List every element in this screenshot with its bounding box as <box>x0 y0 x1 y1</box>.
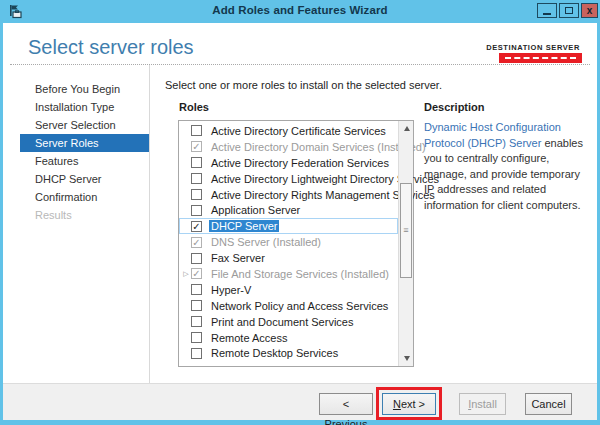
roles-listbox: Active Directory Certificate Services Ac… <box>178 120 414 367</box>
role-row[interactable]: Application Server <box>179 202 398 218</box>
role-row[interactable]: DNS Server (Installed) <box>179 234 398 250</box>
role-checkbox[interactable] <box>191 284 202 295</box>
roles-rows: Active Directory Certificate Services Ac… <box>179 123 398 366</box>
expand-arrow-icon[interactable] <box>181 270 191 278</box>
cancel-button[interactable]: Cancel <box>525 393 572 415</box>
intro-text: Select one or more roles to install on t… <box>165 79 442 91</box>
role-checkbox[interactable] <box>191 221 202 232</box>
description-text: Dynamic Host Configuration Protocol (DHC… <box>424 120 591 213</box>
wizard-steps-list: Before You BeginInstallation TypeServer … <box>3 80 149 224</box>
role-row[interactable]: Remote Desktop Services <box>179 345 398 361</box>
role-checkbox[interactable] <box>191 316 202 327</box>
wizard-steps-sidebar: Before You BeginInstallation TypeServer … <box>3 65 150 383</box>
role-label: Active Directory Federation Services <box>209 157 391 169</box>
minimize-button[interactable] <box>537 3 557 18</box>
role-checkbox[interactable] <box>191 332 202 343</box>
role-label: Active Directory Certificate Services <box>209 125 388 137</box>
wizard-step-item[interactable]: Before You Begin <box>20 80 149 98</box>
footer-bar: < Previous Next > Install Cancel <box>3 383 597 420</box>
scroll-down-icon <box>404 356 410 361</box>
role-checkbox[interactable] <box>191 125 202 136</box>
role-row[interactable]: Print and Document Services <box>179 314 398 330</box>
scroll-up-icon <box>404 126 410 131</box>
role-row[interactable]: Active Directory Federation Services <box>179 155 398 171</box>
role-label: Network Policy and Access Services <box>209 300 390 312</box>
redaction-dash <box>505 57 576 59</box>
role-label: Hyper-V <box>209 284 253 296</box>
role-checkbox[interactable] <box>191 157 202 168</box>
wizard-window: Add Roles and Features Wizard x Select s… <box>0 0 600 425</box>
wizard-step-item[interactable]: Results <box>20 206 149 224</box>
wizard-step-item[interactable]: Confirmation <box>20 188 149 206</box>
redaction-box <box>499 53 582 63</box>
wizard-step-item[interactable]: Features <box>20 152 149 170</box>
role-row[interactable]: Remote Access <box>179 330 398 346</box>
role-label: DNS Server (Installed) <box>209 236 323 248</box>
role-checkbox[interactable] <box>191 348 202 359</box>
role-label: Application Server <box>209 204 302 216</box>
maximize-icon <box>565 7 573 14</box>
wizard-step-item[interactable]: Installation Type <box>20 98 149 116</box>
role-checkbox[interactable] <box>191 173 202 184</box>
role-checkbox[interactable] <box>191 253 202 264</box>
roles-scrollbar[interactable]: ≡ <box>398 121 413 366</box>
role-row[interactable]: DHCP Server <box>179 218 398 234</box>
role-row[interactable]: Hyper-V <box>179 282 398 298</box>
role-row[interactable]: Active Directory Rights Management Servi… <box>179 187 398 203</box>
install-button: Install <box>459 393 506 415</box>
window-title: Add Roles and Features Wizard <box>0 4 600 16</box>
role-checkbox[interactable] <box>191 205 202 216</box>
wizard-step-item[interactable]: Server Selection <box>20 116 149 134</box>
role-row[interactable]: Active Directory Domain Services (Instal… <box>179 139 398 155</box>
role-row[interactable]: File And Storage Services (Installed) <box>179 266 398 282</box>
next-button[interactable]: Next > <box>382 393 436 415</box>
role-label: Print and Document Services <box>209 316 355 328</box>
previous-button[interactable]: < Previous <box>319 393 373 415</box>
role-label: Active Directory Domain Services (Instal… <box>209 141 428 153</box>
role-label: Fax Server <box>209 252 267 264</box>
minimize-icon <box>543 13 551 15</box>
wizard-client-area: Select server roles DESTINATION SERVER B… <box>3 23 597 420</box>
close-icon: x <box>587 6 593 16</box>
role-row[interactable]: Active Directory Lightweight Directory S… <box>179 171 398 187</box>
role-row[interactable]: Active Directory Certificate Services <box>179 123 398 139</box>
role-checkbox[interactable] <box>191 189 202 200</box>
maximize-button[interactable] <box>559 3 579 18</box>
role-checkbox[interactable] <box>191 237 202 248</box>
role-row[interactable]: Network Policy and Access Services <box>179 298 398 314</box>
scrollbar-thumb[interactable]: ≡ <box>400 183 412 278</box>
roles-header: Roles <box>179 101 209 113</box>
wizard-step-item[interactable]: Server Roles <box>20 134 149 152</box>
role-label: DHCP Server <box>209 220 279 232</box>
role-checkbox[interactable] <box>191 300 202 311</box>
role-label: Remote Desktop Services <box>209 347 340 359</box>
role-checkbox[interactable] <box>191 141 202 152</box>
role-row[interactable]: Fax Server <box>179 250 398 266</box>
description-header: Description <box>424 101 485 113</box>
role-label: File And Storage Services (Installed) <box>209 268 391 280</box>
title-bar[interactable]: Add Roles and Features Wizard x <box>0 0 600 23</box>
role-checkbox[interactable] <box>191 268 202 279</box>
role-label: Remote Access <box>209 332 289 344</box>
destination-server-label: DESTINATION SERVER <box>486 43 580 52</box>
wizard-step-item[interactable]: DHCP Server <box>20 170 149 188</box>
close-button[interactable]: x <box>581 3 598 18</box>
scroll-down-button[interactable] <box>399 351 414 366</box>
page-title: Select server roles <box>28 36 194 59</box>
scroll-up-button[interactable] <box>399 121 414 136</box>
